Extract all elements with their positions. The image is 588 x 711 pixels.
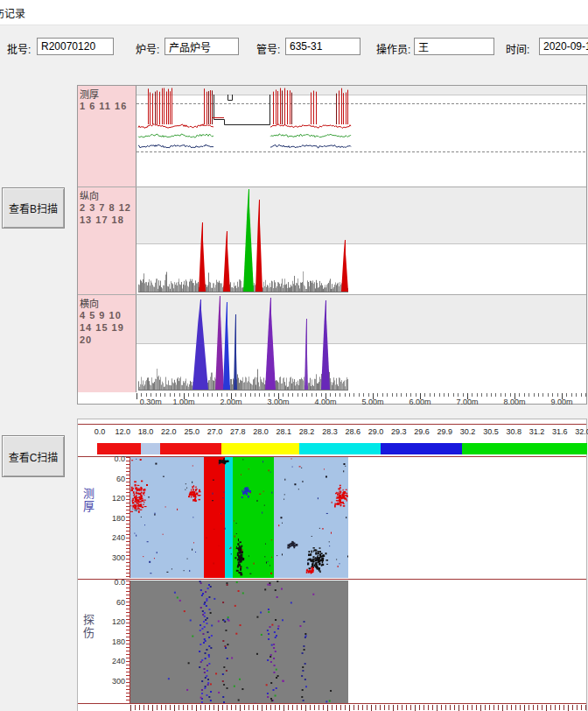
time-label: 时间:	[506, 41, 529, 56]
cscan-colorbar-segment	[160, 443, 221, 454]
cscan-y-tick-label: 60	[101, 475, 125, 483]
cscan-scale-value: 0.0	[94, 427, 106, 436]
time-input[interactable]	[539, 38, 588, 55]
cscan-scale-value: 22.0	[161, 427, 177, 436]
cscan-bottom-line	[78, 703, 586, 704]
cscan-scale-value: 32.0	[575, 427, 588, 436]
bscan-thickness-channels: 1 6 11 16	[80, 101, 134, 113]
cscan-scale-value: 29.6	[414, 427, 430, 436]
cscan-scale-value: 27.0	[207, 427, 223, 436]
cscan-scale-value: 30.5	[483, 427, 499, 436]
cscan-y-tick-label: 240	[101, 533, 125, 542]
cscan-y-tick-label: 180	[101, 637, 125, 646]
cscan-scale-value: 31.6	[552, 427, 568, 436]
bscan-x-tick-label: 8.00m	[503, 398, 525, 406]
bscan-x-tick-label: 7.00m	[456, 398, 478, 406]
operator-input[interactable]	[414, 38, 494, 55]
cscan-colorbar-segment	[299, 443, 380, 454]
bscan-x-axis: 0.30m1.00m2.00m3.00m4.00m5.00m6.00m7.00m…	[136, 393, 586, 405]
pipe-input[interactable]	[285, 38, 360, 55]
bscan-longitudinal-plot	[136, 187, 586, 294]
bscan-thickness-label-cell: 测厚 1 6 11 16	[78, 86, 136, 187]
bscan-x-tick-label: 4.00m	[314, 398, 336, 406]
cscan-thickness-label: 测厚	[81, 488, 94, 514]
bscan-thickness-plot	[136, 86, 586, 187]
cscan-y-tick-label: 180	[101, 514, 125, 523]
bscan-longitudinal-label-cell: 纵向 2 3 7 8 12 13 17 18	[78, 187, 136, 294]
cscan-scale-value: 30.2	[460, 427, 476, 436]
cscan-y-tick-label: 120	[101, 617, 125, 626]
cscan-y-tick-label: 300	[101, 553, 125, 562]
cscan-y-tick-label: 0.0	[101, 578, 125, 587]
cscan-colorbar-segment	[221, 443, 300, 454]
bscan-thickness-label: 测厚	[80, 87, 134, 101]
bscan-x-tick-label: 3.00m	[267, 398, 289, 406]
cscan-scale-value: 27.8	[230, 427, 246, 436]
cscan-thickness-map	[130, 457, 348, 578]
bscan-transverse-channels: 4 5 9 10 14 15 19 20	[80, 310, 134, 346]
cscan-y-tick-label: 120	[101, 494, 125, 503]
cscan-separator-line	[78, 579, 586, 580]
bscan-area: 测厚 1 6 11 16 纵向 2 3 7 8 12 13 17 18 横向 4…	[77, 85, 587, 405]
bscan-x-tick-label: 5.00m	[361, 398, 383, 406]
cscan-colorbar-segment	[97, 443, 141, 454]
bscan-panel-longitudinal: 纵向 2 3 7 8 12 13 17 18	[78, 187, 586, 294]
bscan-transverse-label: 横向	[80, 296, 134, 310]
cscan-scale-value: 25.0	[184, 427, 200, 436]
cscan-scale-value: 29.9	[438, 427, 453, 436]
cscan-colorbar-segment	[462, 443, 587, 454]
title-bar: 伤记录	[0, 0, 588, 25]
cscan-colorbar	[97, 443, 587, 454]
cscan-scale-value: 30.8	[506, 427, 522, 436]
cscan-scale-value: 12.0	[116, 427, 131, 436]
cscan-area: 0.012.018.022.025.027.027.828.028.128.22…	[77, 419, 587, 711]
cscan-x-axis-major-ticks	[130, 705, 586, 711]
flaw-record-window: 伤记录 批号: 炉号: 管号: 操作员: 时间: 查看B扫描 查看C扫描 测厚 …	[0, 0, 588, 711]
cscan-colorbar-segment	[141, 443, 160, 454]
batch-input[interactable]	[37, 38, 114, 55]
bscan-x-tick-label: 0.30m	[140, 398, 162, 406]
cscan-flaw-label: 探伤	[81, 614, 94, 640]
pipe-label: 管号:	[256, 41, 280, 56]
furnace-label: 炉号:	[136, 41, 159, 56]
cscan-y-tick-label: 60	[101, 598, 125, 607]
operator-label: 操作员:	[376, 41, 410, 56]
view-bscan-button[interactable]: 查看B扫描	[2, 187, 65, 229]
cscan-colorbar-segment	[381, 443, 462, 454]
cscan-scale-value: 28.6	[345, 427, 360, 436]
view-cscan-button[interactable]: 查看C扫描	[2, 435, 65, 477]
bscan-panel-thickness: 测厚 1 6 11 16	[78, 86, 586, 187]
bscan-x-tick-label: 9.00m	[550, 398, 572, 406]
window-title: 伤记录	[0, 5, 25, 20]
cscan-scale-value: 28.1	[276, 427, 292, 436]
cscan-scale-value: 29.0	[368, 427, 384, 436]
bscan-x-tick-label: 6.00m	[409, 398, 430, 406]
bscan-x-tick-label: 2.00m	[220, 398, 242, 406]
cscan-flaw-map	[130, 581, 348, 703]
cscan-scale-value: 28.0	[253, 427, 269, 436]
cscan-y-tick-label: 300	[101, 677, 125, 686]
bscan-panel-transverse: 横向 4 5 9 10 14 15 19 20	[78, 295, 586, 392]
bscan-longitudinal-channels: 2 3 7 8 12 13 17 18	[80, 202, 134, 227]
bscan-x-tick-label: 1.00m	[172, 398, 194, 406]
batch-label: 批号:	[7, 41, 31, 56]
bscan-longitudinal-label: 纵向	[80, 188, 134, 202]
bscan-transverse-plot	[136, 295, 586, 392]
cscan-y-tick-label: 0.0	[101, 454, 125, 463]
cscan-scale-value: 28.3	[322, 427, 338, 436]
bscan-transverse-label-cell: 横向 4 5 9 10 14 15 19 20	[78, 295, 136, 392]
cscan-scale-value: 18.0	[138, 427, 154, 436]
cscan-scale-value: 29.3	[391, 427, 407, 436]
cscan-top-line	[78, 424, 586, 425]
cscan-scale-value: 31.2	[529, 427, 545, 436]
cscan-y-tick-label: 240	[101, 657, 125, 665]
furnace-input[interactable]	[164, 38, 239, 55]
cscan-scale-value: 28.2	[299, 427, 315, 436]
